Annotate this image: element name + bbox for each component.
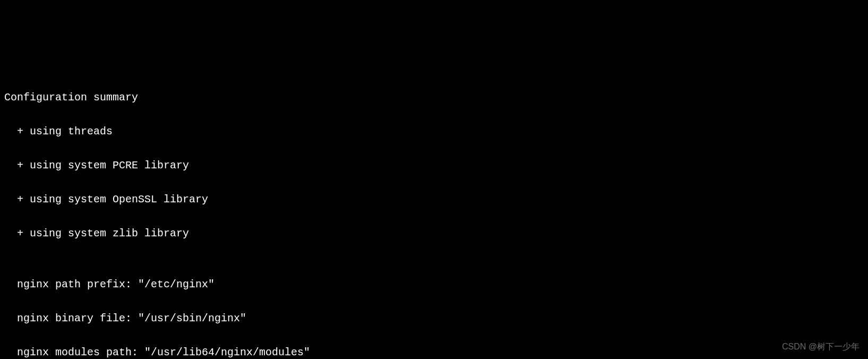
terminal-output: Configuration summary + using threads + … [4, 72, 864, 359]
watermark-text: CSDN @树下一少年 [782, 340, 860, 354]
config-summary-header: Configuration summary [4, 89, 864, 106]
feature-line: + using system OpenSSL library [4, 191, 864, 208]
feature-line: + using threads [4, 123, 864, 140]
feature-line: + using system zlib library [4, 225, 864, 242]
nginx-modules-path: nginx modules path: "/usr/lib64/nginx/mo… [4, 344, 864, 359]
nginx-path-prefix: nginx path prefix: "/etc/nginx" [4, 276, 864, 293]
feature-line: + using system PCRE library [4, 157, 864, 174]
nginx-binary-file: nginx binary file: "/usr/sbin/nginx" [4, 310, 864, 327]
